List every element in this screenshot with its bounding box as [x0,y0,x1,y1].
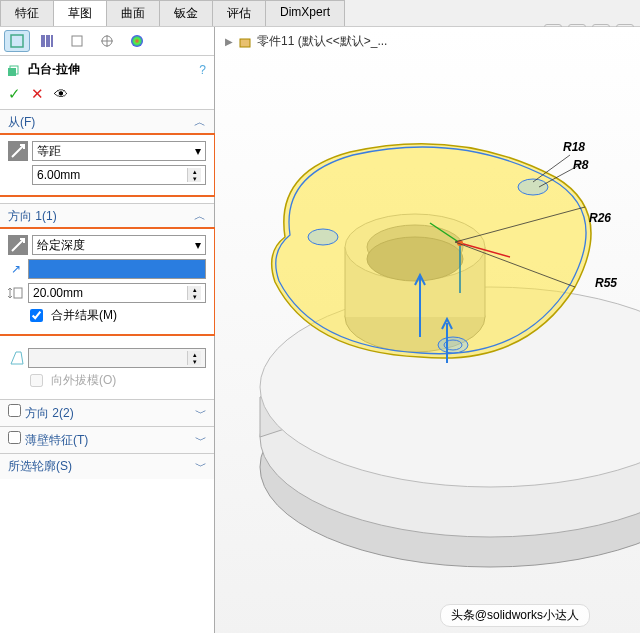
merge-label: 合并结果(M) [51,307,117,324]
section-contour-title: 所选轮廓(S) [8,458,72,475]
spin-up[interactable]: ▴ [187,286,201,293]
expand-icon: ︿ [194,405,206,422]
section-dir1-title: 方向 1(1) [8,208,57,225]
preview-button[interactable]: 👁 [54,86,68,102]
action-row: ✓ ✕ 👁 [0,83,214,109]
from-combo-value: 等距 [37,143,61,160]
from-combo[interactable]: 等距 ▾ [32,141,206,161]
tab-surface[interactable]: 曲面 [106,0,160,26]
spin-up[interactable]: ▴ [187,168,201,175]
expand-icon: ︿ [194,458,206,475]
tab-sheetmetal[interactable]: 钣金 [159,0,213,26]
panel-tabs [0,27,214,56]
dir1-combo-value: 给定深度 [37,237,85,254]
tab-dimxpert[interactable]: DimXpert [265,0,345,26]
draft-out-checkbox [30,374,43,387]
dim-r18: R18 [563,140,585,154]
section-from-title: 从(F) [8,114,35,131]
dim-r55: R55 [595,276,617,290]
watermark: 头条@solidworks小达人 [440,604,590,627]
feature-header: 凸台-拉伸 ? [0,56,214,83]
direction-selection[interactable] [28,259,206,279]
dir1-icon [8,235,28,255]
svg-point-8 [131,35,143,47]
ptab-feature-tree[interactable] [4,30,30,52]
depth-icon [8,285,24,301]
model-svg: R18 R8 R26 R55 [215,27,640,633]
dim-r26: R26 [589,211,611,225]
property-panel: 凸台-拉伸 ? ✓ ✕ 👁 从(F) ︿ 等距 ▾ [0,27,215,633]
from-distance-value: 6.00mm [37,168,80,182]
direction-arrow-icon[interactable]: ↗ [8,261,24,277]
dir2-checkbox[interactable] [8,404,21,417]
extrude-icon [6,62,22,78]
collapse-icon: ︿ [194,208,206,225]
main-tabs: 特征 草图 曲面 钣金 评估 DimXpert [0,0,640,27]
dropdown-icon: ▾ [195,238,201,252]
from-distance-input[interactable]: 6.00mm ▴▾ [32,165,206,185]
draft-angle-input[interactable]: ▴▾ [28,348,206,368]
ptab-properties[interactable] [34,30,60,52]
section-from-header[interactable]: 从(F) ︿ [0,110,214,135]
spin-down[interactable]: ▾ [187,293,201,300]
dim-r8: R8 [573,158,589,172]
dropdown-icon: ▾ [195,144,201,158]
svg-rect-13 [14,288,22,298]
svg-point-22 [308,229,338,245]
help-icon[interactable]: ? [199,63,206,77]
merge-checkbox[interactable] [30,309,43,322]
depth-value: 20.00mm [33,286,83,300]
section-from: 从(F) ︿ 等距 ▾ 6.00mm ▴▾ [0,109,214,203]
svg-rect-0 [11,35,23,47]
ok-button[interactable]: ✓ [8,85,21,103]
tab-evaluate[interactable]: 评估 [212,0,266,26]
draft-out-label: 向外拔模(O) [51,372,116,389]
from-icon [8,141,28,161]
svg-rect-1 [41,35,45,47]
ptab-config[interactable] [64,30,90,52]
svg-rect-2 [46,35,50,47]
spin-down[interactable]: ▾ [187,175,201,182]
tab-sketch[interactable]: 草图 [53,0,107,26]
ptab-appearance[interactable] [124,30,150,52]
section-dir1: 方向 1(1) ︿ 给定深度 ▾ ↗ 20 [0,203,214,399]
section-thin-title: 薄壁特征(T) [25,433,88,447]
section-dir2-title: 方向 2(2) [25,406,74,420]
tab-feature[interactable]: 特征 [0,0,54,26]
depth-input[interactable]: 20.00mm ▴▾ [28,283,206,303]
expand-icon: ︿ [194,432,206,449]
section-dir2-header[interactable]: 方向 2(2) ︿ [0,400,214,426]
svg-rect-3 [51,35,53,47]
svg-point-24 [438,337,468,353]
section-dir1-header[interactable]: 方向 1(1) ︿ [0,204,214,229]
section-thin-header[interactable]: 薄壁特征(T) ︿ [0,427,214,453]
graphics-viewport[interactable]: ▶ 零件11 (默认<<默认>_... [215,27,640,633]
cancel-button[interactable]: ✕ [31,85,44,103]
section-contour-header[interactable]: 所选轮廓(S) ︿ [0,454,214,479]
draft-icon[interactable] [8,350,24,366]
feature-title: 凸台-拉伸 [28,61,80,78]
svg-rect-4 [72,36,82,46]
dir1-end-combo[interactable]: 给定深度 ▾ [32,235,206,255]
svg-rect-9 [8,68,16,76]
spin-down[interactable]: ▾ [187,358,201,365]
ptab-4[interactable] [94,30,120,52]
thin-checkbox[interactable] [8,431,21,444]
collapse-icon: ︿ [194,114,206,131]
spin-up[interactable]: ▴ [187,351,201,358]
svg-point-23 [518,179,548,195]
